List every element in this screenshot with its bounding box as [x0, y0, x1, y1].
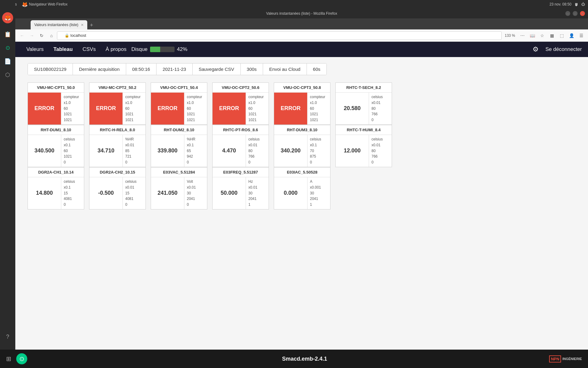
meta-row: 30	[310, 191, 328, 196]
minimize-button[interactable]: —	[565, 11, 570, 16]
titlebar-controls: — □ ✕	[565, 11, 585, 16]
address-bar[interactable]: 🔒 localhost	[57, 31, 502, 40]
sidebar-icon-1[interactable]: 📋	[2, 29, 13, 40]
card-meta: compteurx1.06010211021	[61, 93, 84, 125]
meta-row: compteur	[248, 94, 266, 100]
card-value: 12.000	[336, 135, 369, 167]
card-title: E03IAC_5.50528	[274, 167, 330, 177]
tab-close-button[interactable]: ✕	[81, 23, 84, 27]
meta-row: 30	[248, 191, 266, 196]
sauvegarde-cell: Sauvegarde CSV	[193, 63, 241, 75]
interval2-cell: 60s	[307, 63, 326, 75]
meta-row: 1021	[187, 117, 205, 123]
meta-row: 1021	[310, 112, 328, 117]
data-card: VMU-MC-CPT1_50.0ERRORcompteurx1.06010211…	[28, 82, 84, 125]
sidebar-firefox-icon[interactable]: 🦊	[2, 12, 13, 23]
sidebar-icon-3[interactable]: 📄	[2, 56, 13, 67]
grid-icon[interactable]: ⊞	[6, 355, 11, 362]
meta-row: 60	[125, 106, 143, 111]
meta-row: 4081	[125, 196, 143, 201]
profile-button[interactable]: 👤	[567, 31, 576, 40]
meta-row: x1.0	[125, 100, 143, 105]
sidebar-toggle[interactable]: ▦	[548, 31, 556, 40]
card-value: 340.200	[274, 135, 307, 167]
card-body: ERRORcompteurx1.06010211021	[213, 93, 269, 125]
meta-row: x0.01	[371, 143, 389, 148]
meta-row: x1.0	[310, 100, 328, 105]
meta-row: A	[310, 179, 328, 184]
meta-row: 15	[125, 191, 143, 196]
active-tab[interactable]: Valeurs instantanées (liste) ✕	[31, 20, 87, 29]
meta-row: 60	[64, 106, 81, 111]
indicator-dot: ●	[575, 3, 578, 6]
sidebar-icon-4[interactable]: ⬡	[2, 69, 13, 80]
card-title: RHTC-H-RELA_8.0	[89, 125, 145, 135]
url-text: localhost	[70, 33, 86, 38]
card-value: 340.500	[28, 135, 61, 167]
card-value: ERROR	[213, 93, 246, 125]
card-body: 0.000Ax0.0013020411	[274, 177, 330, 209]
forward-button[interactable]: →	[28, 31, 36, 40]
last-acq-label-cell: Dernière acquisition	[73, 63, 126, 75]
card-value: ERROR	[28, 93, 61, 125]
navbar: ← → ↻ ⌂ 🔒 localhost 133 % ⋯ 📖 ☆ ▦ ⬚ 👤 ☰	[15, 29, 588, 42]
card-title: VMU-MC-CPT1_50.0	[28, 83, 84, 93]
menu-tableau[interactable]: Tableau	[48, 44, 77, 55]
meta-row: 0	[64, 160, 81, 165]
card-body: 14.800celsiusx0.11540810	[28, 177, 84, 209]
meta-row: Volt	[187, 179, 205, 184]
browser-name-label: Navigateur Web Firefox	[29, 2, 68, 6]
cinnamon-icon[interactable]: ⊙	[16, 353, 27, 364]
menu-valeurs[interactable]: Valeurs	[21, 44, 48, 55]
meta-row: 60	[310, 106, 328, 111]
meta-row: 0	[310, 160, 328, 165]
close-button[interactable]: ✕	[580, 11, 585, 16]
meta-row: 1021	[64, 154, 81, 159]
card-meta: celsiusx0.1708750	[307, 135, 330, 167]
reader-view-button[interactable]: 📖	[528, 31, 537, 40]
card-meta: celsiusx0.11540810	[61, 177, 84, 209]
card-meta: celsiusx0.01807660	[246, 135, 269, 167]
data-row-1: VMU-MC-CPT1_50.0ERRORcompteurx1.06010211…	[28, 82, 576, 125]
meta-row: 15	[64, 191, 81, 196]
card-meta: celsiusx0.01807660	[369, 135, 392, 167]
meta-row: x0.01	[248, 185, 266, 190]
meta-row: 2041	[310, 196, 328, 201]
datetime-label: 23 nov. 08:50	[549, 2, 571, 6]
card-title: VMU-OC-CPT1_50.4	[151, 83, 207, 93]
sidebar-icon-5[interactable]: ?	[2, 331, 13, 342]
reload-button[interactable]: ↻	[37, 31, 46, 40]
sidebar-icon-2[interactable]: ⊙	[2, 42, 13, 53]
menu-csvs[interactable]: CSVs	[77, 44, 100, 55]
meta-row: x0.1	[64, 143, 81, 148]
new-tab-button[interactable]: +	[87, 21, 96, 29]
meta-row: 80	[371, 148, 389, 154]
card-body: 4.470celsiusx0.01807660	[213, 135, 269, 167]
data-card: RHTC-T-HUMI_8.412.000celsiusx0.01807660	[335, 125, 392, 167]
extensions-button[interactable]: ⋯	[518, 31, 527, 40]
power-icon[interactable]: ⏻	[581, 2, 585, 6]
tab-title: Valeurs instantanées (liste)	[34, 23, 78, 27]
maximize-button[interactable]: □	[573, 11, 578, 16]
meta-row: x1.0	[64, 100, 81, 105]
meta-row: x0.001	[310, 185, 328, 190]
logout-button[interactable]: Se déconnecter	[545, 46, 582, 52]
titlebar: Valeurs instantanées (liste) - Mozilla F…	[15, 9, 588, 18]
data-card: RHTC-PT-ROS_8.64.470celsiusx0.01807660	[212, 125, 269, 167]
menu-button[interactable]: ☰	[577, 31, 586, 40]
card-value: 241.050	[151, 177, 184, 209]
meta-row: 0	[64, 202, 81, 207]
card-body: 12.000celsiusx0.01807660	[336, 135, 392, 167]
settings-icon[interactable]: ⚙	[531, 44, 541, 54]
meta-row: x0.01	[371, 100, 389, 105]
meta-row: 30	[187, 191, 205, 196]
os-topbar-right: 23 nov. 08:50 ● ⏻	[549, 2, 585, 6]
card-title: VMU-MC-CPT2_50.2	[89, 83, 145, 93]
taskbar-app-name: Smacd.emb-2.4.1	[27, 356, 582, 362]
meta-row: 60	[248, 106, 266, 111]
menu-a-propos[interactable]: À propos	[101, 44, 131, 55]
bookmark-button[interactable]: ☆	[538, 31, 546, 40]
home-button[interactable]: ⌂	[47, 31, 56, 40]
back-button[interactable]: ←	[18, 31, 26, 40]
screenshot-button[interactable]: ⬚	[557, 31, 566, 40]
